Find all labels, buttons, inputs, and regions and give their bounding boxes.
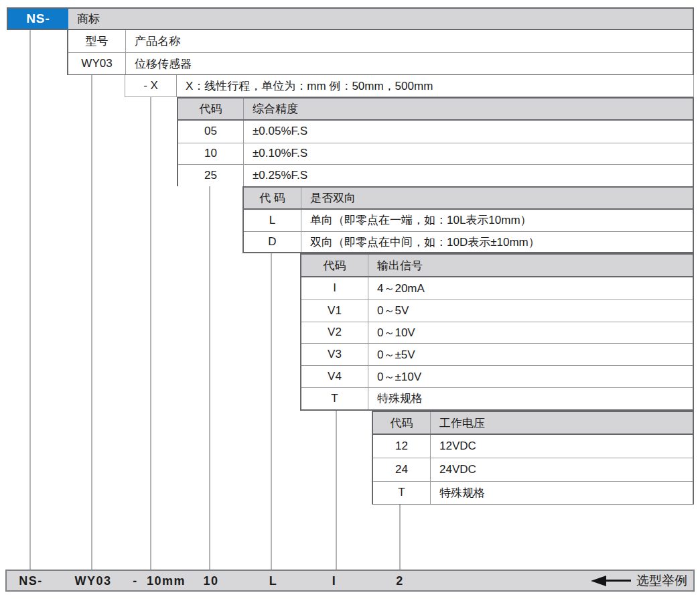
value-cell: 特殊规格 — [368, 388, 693, 409]
table-row: V1 0～5V — [301, 300, 693, 322]
code-cell: V1 — [301, 300, 368, 322]
brand-code-box: NS- — [8, 9, 68, 29]
name-col-header: 产品名称 — [126, 30, 693, 52]
code-cell: 12 — [373, 435, 431, 458]
connector-line-model — [91, 74, 92, 570]
value-cell: 双向（即零点在中间，如：10D表示±10mm） — [301, 232, 693, 253]
value-cell: 0～±10V — [368, 366, 693, 387]
voltage-table: 代码 工作电压 12 12VDC 24 24VDC T 特殊规格 — [372, 411, 694, 505]
code-cell: T — [301, 388, 368, 409]
accuracy-header-cell: 综合精度 — [244, 98, 693, 119]
direction-table: 代 码 是否双向 L 单向（即零点在一端，如：10L表示10mm） D 双向（即… — [242, 186, 694, 253]
voltage-header-row: 代码 工作电压 — [373, 412, 693, 435]
trademark-row: NS- 商标 — [7, 7, 694, 30]
code-cell: 05 — [178, 121, 244, 143]
value-cell: 24VDC — [431, 458, 693, 480]
selection-example-label: 选型举例 — [636, 572, 687, 590]
table-row: D 双向（即零点在中间，如：10D表示±10mm） — [244, 231, 693, 253]
example-bar: NS- WY03 - 10mm 10 L I 2 选型举例 — [5, 570, 695, 592]
table-row: 10 ±0.10%F.S — [178, 143, 693, 165]
code-cell: 24 — [373, 458, 431, 480]
value-cell: 12VDC — [431, 435, 693, 458]
code-header-cell: 代码 — [301, 255, 368, 276]
table-row: 05 ±0.05%F.S — [178, 121, 693, 143]
model-col-header: 型号 — [68, 30, 126, 52]
example-seg-direction: L — [269, 574, 278, 588]
stroke-code-cell: - X — [125, 75, 177, 96]
stroke-row: - X X：线性行程，单位为：mm 例：50mm，500mm — [125, 75, 693, 96]
accuracy-header-row: 代码 综合精度 — [178, 98, 693, 121]
table-row: V4 0～±10V — [301, 365, 693, 387]
model-selection-code-diagram: NS- 商标 型号 产品名称 WY03 位移传感器 - X X：线性行程，单位为… — [0, 0, 700, 599]
code-cell: I — [301, 277, 368, 300]
table-row: V3 0～±5V — [301, 343, 693, 365]
connector-line-direction — [271, 253, 272, 570]
example-seg-brand: NS- — [19, 574, 43, 588]
value-cell: 4～20mA — [368, 277, 693, 300]
value-cell: 0～5V — [368, 300, 693, 322]
table-row: 24 24VDC — [373, 458, 693, 480]
model-table: 型号 产品名称 WY03 位移传感器 — [67, 30, 694, 75]
output-header-row: 代码 输出信号 — [301, 255, 693, 277]
value-cell: ±0.10%F.S — [244, 143, 693, 165]
stroke-desc-cell: X：线性行程，单位为：mm 例：50mm，500mm — [177, 75, 693, 96]
table-row: 25 ±0.25%F.S — [178, 164, 693, 186]
code-cell: L — [244, 210, 301, 231]
value-cell: 特殊规格 — [431, 482, 693, 504]
connector-line-accuracy — [209, 186, 210, 570]
example-seg-stroke: 10mm — [147, 574, 186, 588]
code-cell: T — [373, 482, 431, 504]
value-cell: ±0.25%F.S — [244, 165, 693, 186]
trademark-label: 商标 — [68, 9, 693, 29]
example-seg-output: I — [332, 574, 337, 588]
table-row: T 特殊规格 — [301, 387, 693, 409]
value-cell: ±0.05%F.S — [244, 121, 693, 143]
value-cell: 0～±5V — [368, 344, 693, 365]
code-header-cell: 代码 — [373, 412, 431, 434]
code-cell: D — [244, 232, 301, 253]
stroke-table: - X X：线性行程，单位为：mm 例：50mm，500mm — [125, 75, 694, 97]
product-name-cell: 位移传感器 — [126, 53, 693, 74]
model-header-row: 型号 产品名称 — [68, 30, 693, 52]
selection-example-caption: 选型举例 — [591, 571, 687, 590]
output-header-cell: 输出信号 — [368, 255, 693, 276]
connector-line-stroke — [150, 97, 151, 570]
example-seg-dash: - — [133, 574, 138, 588]
example-seg-accuracy: 10 — [203, 574, 218, 588]
left-arrow-icon — [591, 576, 606, 586]
output-signal-table: 代码 输出信号 I 4～20mA V1 0～5V V2 0～10V V3 0～±… — [300, 253, 694, 411]
code-cell: 10 — [178, 143, 244, 165]
direction-header-cell: 是否双向 — [301, 188, 693, 208]
table-row: I 4～20mA — [301, 277, 693, 300]
table-row: 12 12VDC — [373, 435, 693, 458]
code-cell: V2 — [301, 322, 368, 344]
model-value-row: WY03 位移传感器 — [68, 52, 693, 74]
model-code-cell: WY03 — [68, 53, 126, 74]
code-cell: V4 — [301, 366, 368, 387]
code-cell: 25 — [178, 165, 244, 186]
value-cell: 单向（即零点在一端，如：10L表示10mm） — [301, 210, 693, 231]
code-header-cell: 代码 — [178, 98, 244, 119]
table-row: L 单向（即零点在一端，如：10L表示10mm） — [244, 210, 693, 231]
accuracy-table: 代码 综合精度 05 ±0.05%F.S 10 ±0.10%F.S 25 ±0.… — [177, 97, 694, 186]
connector-line-brand — [29, 30, 31, 570]
example-seg-model: WY03 — [74, 574, 111, 588]
arrow-shaft — [606, 580, 631, 582]
table-row: T 特殊规格 — [373, 481, 693, 504]
direction-header-row: 代 码 是否双向 — [244, 188, 693, 210]
connector-line-voltage — [399, 505, 401, 570]
voltage-header-cell: 工作电压 — [431, 412, 693, 434]
code-header-cell: 代 码 — [244, 188, 301, 208]
code-cell: V3 — [301, 344, 368, 365]
table-row: V2 0～10V — [301, 322, 693, 344]
connector-line-output — [336, 411, 337, 570]
example-seg-voltage: 2 — [396, 574, 404, 588]
value-cell: 0～10V — [368, 322, 693, 344]
